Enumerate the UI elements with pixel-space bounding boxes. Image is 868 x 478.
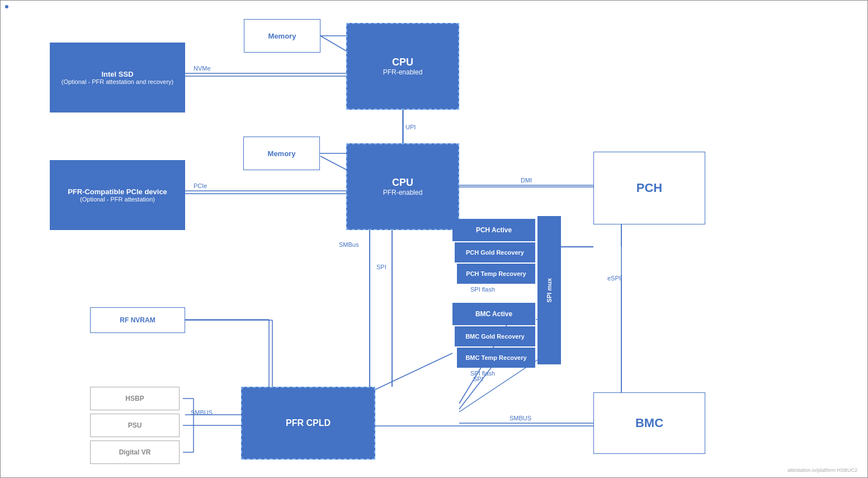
pch-gold-box: PCH Gold Recovery	[455, 242, 535, 263]
svg-line-3	[320, 156, 346, 170]
rf-nvram-box: RF NVRAM	[90, 307, 185, 333]
intel-ssd-label: Intel SSD	[101, 70, 133, 78]
espi-label: eSPI	[607, 275, 621, 282]
pch-label: PCH	[636, 181, 662, 195]
watermark: attestation.io/platform HSBUC2	[787, 467, 857, 473]
pch-box: PCH	[593, 152, 705, 224]
spi-label: SPI	[376, 264, 386, 270]
digital-vr-box: Digital VR	[90, 440, 180, 464]
cpu1-box: CPU PFR-enabled	[346, 23, 459, 110]
bmc-box: BMC	[593, 392, 705, 454]
memory2-box: Memory	[243, 137, 320, 170]
bmc-gold-box: BMC Gold Recovery	[455, 326, 535, 346]
upi-label: UPI	[405, 124, 416, 130]
memory2-label: Memory	[268, 149, 296, 158]
bmc-temp-label: BMC Temp Recovery	[465, 354, 526, 361]
pch-gold-label: PCH Gold Recovery	[466, 249, 524, 256]
bmc-label: BMC	[635, 416, 663, 430]
pfr-pcie-sublabel: (Optional - PFR attestation)	[80, 196, 155, 203]
cpu2-label: CPU	[392, 177, 413, 189]
corner-dot	[5, 5, 8, 8]
spi-pfr-label: SPI	[473, 376, 483, 382]
spi-flash1-label: SPI flash	[470, 286, 495, 293]
bmc-active-box: BMC Active	[452, 303, 535, 325]
nvme-label: NVMe	[194, 65, 211, 72]
bmc-gold-label: BMC Gold Recovery	[465, 333, 525, 340]
pfr-cpld-label: PFR CPLD	[286, 418, 331, 428]
cpu1-sublabel: PFR-enabled	[383, 68, 423, 76]
hsbp-box: HSBP	[90, 387, 180, 410]
spi-mux-box: SPI mux	[537, 216, 561, 364]
rf-nvram-label: RF NVRAM	[120, 316, 155, 324]
dmi-label: DMI	[521, 177, 532, 184]
cpu1-label: CPU	[392, 57, 413, 68]
diagram-container: CPU PFR-enabled Memory Intel SSD (Option…	[0, 0, 868, 478]
svg-line-0	[320, 36, 346, 51]
hsbp-label: HSBP	[125, 395, 144, 402]
digital-vr-label: Digital VR	[119, 448, 151, 456]
pch-temp-box: PCH Temp Recovery	[457, 264, 535, 284]
smbus-top-label: SMBus	[339, 241, 358, 248]
pch-temp-label: PCH Temp Recovery	[466, 270, 526, 277]
psu-box: PSU	[90, 414, 180, 437]
pcie-label: PCIe	[194, 182, 207, 189]
cpu2-sublabel: PFR-enabled	[383, 189, 423, 196]
pch-active-label: PCH Active	[476, 226, 512, 234]
svg-line-34	[375, 353, 452, 390]
bmc-active-label: BMC Active	[475, 310, 512, 318]
bmc-temp-box: BMC Temp Recovery	[457, 348, 535, 368]
cpu2-box: CPU PFR-enabled	[346, 143, 459, 230]
intel-ssd-sublabel: (Optional - PFR attestation and recovery…	[62, 78, 174, 85]
intel-ssd-box: Intel SSD (Optional - PFR attestation an…	[50, 43, 185, 113]
smbus-pfr-label: SMBUS	[510, 415, 531, 421]
pfr-pcie-box: PFR-Compatible PCIe device (Optional - P…	[50, 160, 185, 230]
smbus-bottom-label: SMBUS	[191, 409, 213, 416]
memory1-label: Memory	[268, 32, 296, 40]
pfr-pcie-label: PFR-Compatible PCIe device	[68, 188, 167, 196]
psu-label: PSU	[128, 421, 142, 429]
spi-mux-label: SPI mux	[546, 278, 553, 302]
memory1-box: Memory	[244, 19, 320, 53]
pch-active-box: PCH Active	[452, 219, 535, 241]
pfr-cpld-box: PFR CPLD	[241, 387, 375, 460]
